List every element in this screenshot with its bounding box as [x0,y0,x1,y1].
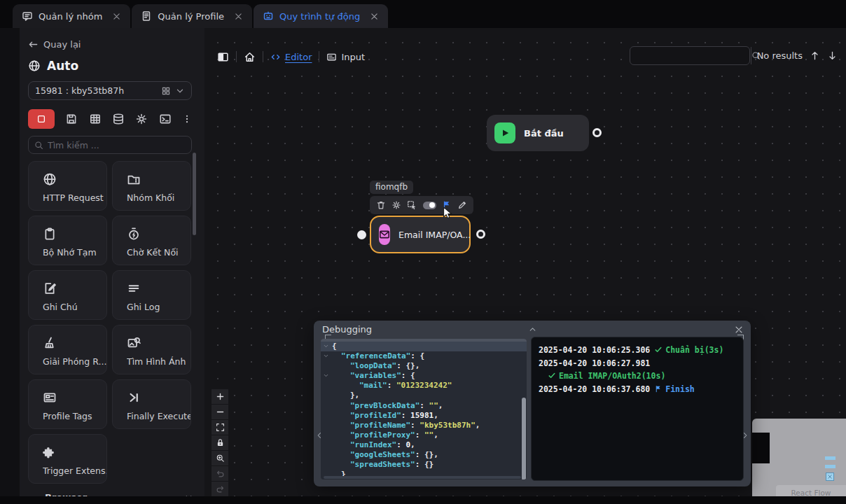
node-start[interactable]: Bắt đầu [487,115,589,151]
block-palette: HTTP RequestNhóm KhốiBộ Nhớ TạmChờ Kết N… [28,161,192,484]
save-button[interactable] [65,113,78,125]
debug-json-viewer[interactable]: {"referenceData": {"loopData": {},"varia… [321,339,527,479]
fit-view-button[interactable] [212,420,228,435]
node-email-imap[interactable]: Email IMAP/OA... [370,216,471,253]
settings-button[interactable] [135,113,148,125]
mail-icon [379,224,390,245]
start-node-label: Bắt đầu [524,128,564,139]
sidebar-scrollbar[interactable] [193,153,196,235]
database-button[interactable] [112,113,125,125]
zoom-in-button[interactable] [212,389,228,404]
collapse-panel-button[interactable] [528,325,537,334]
palette-card-label: Ghi Log [127,302,190,312]
redo-button[interactable] [212,482,228,496]
zoom-out-button[interactable] [212,405,228,419]
table-button[interactable] [89,113,102,125]
start-node-output-port[interactable] [592,128,602,137]
palette-card[interactable]: Trigger Extens... [28,434,107,484]
lock-button[interactable] [212,435,228,450]
palette-card-label: Nhóm Khối [127,192,190,203]
next-result-button[interactable] [827,50,838,61]
flow-canvas[interactable]: Editor Input No results [204,28,846,504]
palette-card[interactable]: Bộ Nhớ Tạm [28,216,107,265]
terminal-button[interactable] [159,113,172,125]
play-icon [494,122,515,144]
close-icon[interactable] [370,12,379,21]
back-label: Quay lại [43,39,81,50]
zoom-select-button[interactable] [212,451,228,465]
back-link[interactable]: Quay lại [28,39,192,50]
email-node-tag: fiomqfb [370,181,413,194]
palette-card[interactable]: Finally Execute [112,379,191,429]
debug-panel[interactable]: Debugging {"referenceData": {"loopData":… [314,321,751,486]
palette-card[interactable]: Ghi Log [112,270,191,320]
sidebar-toolbar [28,109,192,129]
palette-card[interactable]: Ghi Chú [28,270,107,320]
undo-button[interactable] [212,466,228,481]
node-settings-button[interactable] [391,200,401,210]
close-panel-button[interactable] [734,325,744,335]
minimap[interactable]: React Flow [752,419,846,500]
note-icon [43,281,57,295]
log-message: Finish [665,384,695,394]
expand-caret-icon[interactable] [323,343,329,349]
log-message: Chuẩn bị(3s) [665,345,723,355]
palette-card[interactable]: Nhóm Khối [112,161,191,211]
email-node-input-port[interactable] [357,230,366,239]
broom-icon [43,336,57,350]
json-horizontal-scrollbar[interactable] [324,476,521,479]
palette-card-label: Bộ Nhớ Tạm [43,247,106,258]
log-entry: 2025-04-20 10:06:27.981 [539,357,736,370]
profile-select[interactable]: 15981 : kby53tb87h [28,81,192,100]
tab-inactive[interactable]: Quản lý nhóm [13,4,130,28]
palette-card[interactable]: Chờ Kết Nối [112,216,191,265]
json-vertical-scrollbar[interactable] [522,398,526,479]
minimap-node-marker [825,456,835,460]
debug-log-console: 2025-04-20 10:06:25.306Chuẩn bị(3s)2025-… [531,337,744,481]
palette-search-input[interactable] [48,140,186,150]
tab-editor[interactable]: Editor [270,52,312,62]
canvas-toolbar: Editor Input [217,48,365,66]
prev-result-button[interactable] [810,50,820,61]
stop-button[interactable] [28,109,55,129]
zoom-controls [212,389,228,496]
tab-active[interactable]: Quy trình tự động [254,4,388,28]
robot-icon [263,10,274,22]
node-enabled-toggle[interactable] [423,202,436,209]
palette-card-label: Chờ Kết Nối [127,247,190,258]
toolbar-divider [319,51,319,62]
edit-node-button[interactable] [457,200,467,210]
sidebar: Quay lại Auto 15981 : kby53tb87h [0,28,204,504]
tab-inactive[interactable]: Quản lý Profile [132,4,252,28]
log-entry: 2025-04-20 10:06:25.306Chuẩn bị(3s) [539,344,736,357]
palette-search[interactable] [28,136,192,154]
panel-toggle-button[interactable] [217,51,229,63]
chat-icon [22,10,33,22]
more-options-button[interactable] [182,113,192,125]
workflow-title: Auto [47,59,78,73]
profile-doc-icon [141,10,152,22]
sidebar-content: Quay lại Auto 15981 : kby53tb87h [28,28,192,484]
home-button[interactable] [244,51,256,63]
palette-card[interactable]: Profile Tags [28,379,107,429]
palette-card[interactable]: Giải Phóng R... [28,325,107,374]
canvas-search-input[interactable] [630,47,751,64]
run-from-here-button[interactable] [407,200,417,210]
close-icon[interactable] [234,12,243,21]
grid-icon [161,86,171,96]
email-node-output-port[interactable] [476,230,485,239]
code-icon [270,52,281,62]
close-icon[interactable] [112,12,121,21]
palette-card[interactable]: Tìm Hình Ảnh [112,325,191,374]
palette-card-label: Tìm Hình Ảnh [127,356,190,367]
log-timestamp: 2025-04-20 10:06:37.680 [539,384,650,394]
expand-caret-icon[interactable] [323,372,329,379]
palette-card-label: Profile Tags [43,411,106,421]
expand-caret-icon[interactable] [323,353,329,359]
tab-input[interactable]: Input [326,52,365,62]
json-line: "profileProxy": "", [321,430,527,440]
delete-node-button[interactable] [376,200,386,210]
node-toolbar [370,196,473,214]
tab-label: Quản lý nhóm [39,11,102,22]
palette-card[interactable]: HTTP Request [28,161,107,211]
